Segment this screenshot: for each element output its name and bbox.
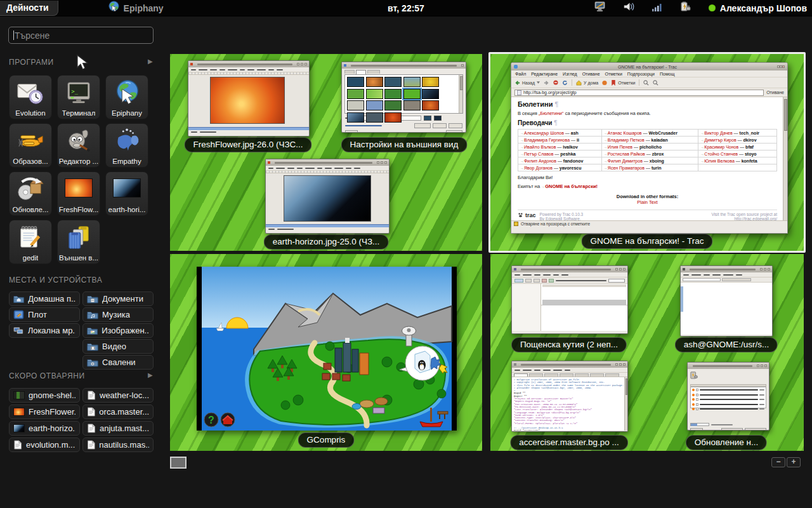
place-videos[interactable]: Видео — [82, 339, 154, 354]
url-bar[interactable]: http://fsa-bg.org/project/gtp Отиване — [511, 88, 787, 97]
tab-strip[interactable] — [342, 69, 466, 74]
wallpaper-grid[interactable] — [344, 74, 463, 114]
translator-link[interactable]: Красимир Чонов — [704, 145, 738, 149]
place-music[interactable]: Музика — [82, 307, 154, 322]
app-tile-appearance[interactable]: Външен в... — [57, 220, 100, 264]
recent-expand-arrow-icon[interactable]: ▶ — [148, 371, 153, 378]
stop-button[interactable] — [553, 80, 558, 85]
update-buttons[interactable] — [688, 427, 769, 431]
url-field[interactable]: http://fsa-bg.org/project/gtp — [514, 90, 764, 96]
get-more-backgrounds-link[interactable] — [345, 125, 382, 126]
back-button[interactable]: Назад — [514, 80, 540, 86]
translator-link[interactable]: Виктор Дачев — [704, 131, 732, 135]
tab-strip[interactable] — [512, 373, 627, 377]
search-input[interactable] — [15, 30, 148, 41]
browser-toolbar[interactable]: Назад У дома Отметки — [511, 77, 787, 88]
add-workspace-button[interactable]: + — [787, 457, 801, 467]
edgewall-link[interactable]: http://trac.edgewall.org/ — [734, 217, 777, 220]
translator-link[interactable]: Александър Шопов — [524, 131, 564, 135]
programs-expand-arrow-icon[interactable]: ▶ — [148, 58, 153, 65]
zoom-in-icon[interactable] — [643, 80, 649, 86]
workspace-2-active[interactable]: GNOME на български! - Trac ФайлРедактира… — [488, 52, 806, 253]
place-downloads[interactable]: Свалени — [82, 355, 154, 370]
user-menu[interactable]: Александър Шопов — [709, 3, 807, 13]
window-gedit-po[interactable]: # Bulgarian translation of accerciser po… — [511, 361, 628, 432]
window-gimp-freshflower[interactable] — [188, 60, 310, 137]
window-appearance-preferences[interactable] — [341, 62, 466, 133]
recent-item[interactable]: FreshFlower... — [9, 404, 80, 419]
plain-text-link[interactable]: Plain Text — [518, 199, 777, 205]
translator-link[interactable]: Явор Доганов — [524, 166, 553, 170]
app-tile-earth-horizon[interactable]: earth-hori... — [105, 171, 148, 216]
activities-button[interactable]: Дейности — [0, 1, 58, 16]
place-desktop[interactable]: Плот — [9, 307, 80, 322]
app-tile-gimp[interactable]: Редактор ... — [57, 123, 100, 168]
workspace-1[interactable]: FreshFlower.jpg-26.0 (ЧЗС... — [170, 54, 482, 251]
app-tile-gedit[interactable]: gedit — [9, 220, 52, 264]
place-home[interactable]: Домашна п... — [9, 291, 80, 306]
recent-item[interactable]: gnome-shel... — [9, 388, 80, 403]
translator-link[interactable]: Ивайло Вълков — [524, 145, 556, 149]
network-signal-icon[interactable] — [652, 2, 663, 15]
place-documents[interactable]: Документи — [82, 291, 154, 306]
home-button[interactable]: У дома — [576, 80, 598, 86]
translator-link[interactable]: Филип Димитров — [608, 159, 643, 163]
recent-item[interactable]: weather-loc... — [82, 388, 154, 403]
translator-link[interactable]: Ростислав Райков — [608, 152, 645, 156]
window-software-update[interactable] — [687, 362, 769, 431]
go-button[interactable]: Отиване — [766, 90, 784, 95]
remove-workspace-button[interactable]: − — [771, 457, 785, 467]
help-button[interactable] — [345, 130, 358, 133]
app-tile-gcompris[interactable]: Образов... — [9, 123, 52, 168]
window-gimp-earth-horizon[interactable] — [265, 159, 390, 234]
translator-link[interactable]: Ясен Праматаров — [608, 166, 645, 170]
workspace-4[interactable]: Пощенска кутия (2 неп... ash@GNOME:/usr/… — [490, 254, 804, 451]
update-list[interactable] — [690, 387, 766, 408]
page-scrollbar[interactable] — [783, 97, 787, 220]
translator-link[interactable]: Юлия Велкова — [704, 159, 734, 163]
app-menu[interactable]: Epiphany — [108, 1, 164, 15]
recent-item[interactable]: orca.master.... — [82, 404, 154, 419]
translator-link[interactable]: Стойчо Станчев — [704, 152, 738, 156]
display-icon[interactable] — [594, 1, 606, 15]
search-box[interactable] — [8, 27, 154, 44]
workspace-3[interactable]: ? GCompris — [170, 254, 482, 451]
wallpaper-buttons[interactable] — [414, 123, 462, 128]
forward-button[interactable] — [544, 80, 549, 86]
reload-button[interactable] — [562, 80, 568, 86]
bookmarks-button[interactable]: Отметки — [611, 80, 635, 86]
recent-item[interactable]: evolution.m... — [9, 438, 80, 452]
app-tile-evolution[interactable]: Evolution — [9, 75, 52, 119]
window-epiphany-trac[interactable]: GNOME на български! - Trac ФайлРедактира… — [511, 62, 788, 234]
app-tile-freshflower[interactable]: FreshFlow... — [57, 171, 100, 216]
volume-icon[interactable] — [623, 1, 635, 15]
close-button[interactable] — [446, 130, 462, 133]
bulletins-link[interactable]: „Бюлетини“ — [539, 110, 564, 116]
window-evolution-mail[interactable] — [511, 265, 628, 334]
battery-icon[interactable] — [679, 1, 692, 15]
place-pictures[interactable]: Изображен... — [82, 323, 154, 338]
recent-item[interactable]: earth-horizo... — [9, 421, 80, 436]
recent-item[interactable]: anjuta.mast... — [82, 421, 154, 436]
translator-link[interactable]: Филип Андонов — [524, 159, 556, 163]
app-tile-epiphany[interactable]: Epiphany — [105, 75, 148, 119]
window-terminal[interactable] — [680, 265, 773, 337]
translator-link[interactable]: Владимир Петков — [608, 138, 645, 142]
translator-link[interactable]: Атанас Кошаров — [608, 131, 642, 135]
gnome-bg-link[interactable]: GNOME на български! — [545, 184, 598, 189]
app-tile-terminal[interactable]: >_ Терминал — [57, 75, 100, 119]
window-gcompris[interactable]: ? — [197, 267, 457, 431]
clock[interactable]: вт, 22:57 — [388, 3, 424, 13]
recent-item[interactable]: nautilus.mas... — [82, 438, 154, 452]
zoom-out-icon[interactable] — [653, 80, 658, 86]
app-tile-empathy[interactable]: Empathy — [105, 123, 148, 168]
place-local-network[interactable]: Локална мр... — [9, 323, 80, 338]
translator-link[interactable]: Петър Славов — [524, 152, 553, 156]
history-icon[interactable] — [602, 80, 607, 86]
translator-link[interactable]: Димитър Киров — [704, 138, 736, 142]
translator-link[interactable]: Илия Пенев — [608, 145, 632, 149]
menu-bar[interactable]: ФайлРедактиранеИзгледОтиванеОтметкиПодпр… — [511, 70, 787, 77]
app-tile-software-update[interactable]: Обновле... — [9, 171, 52, 216]
workspace-pager[interactable] — [170, 457, 187, 469]
close-button[interactable] — [782, 65, 785, 68]
